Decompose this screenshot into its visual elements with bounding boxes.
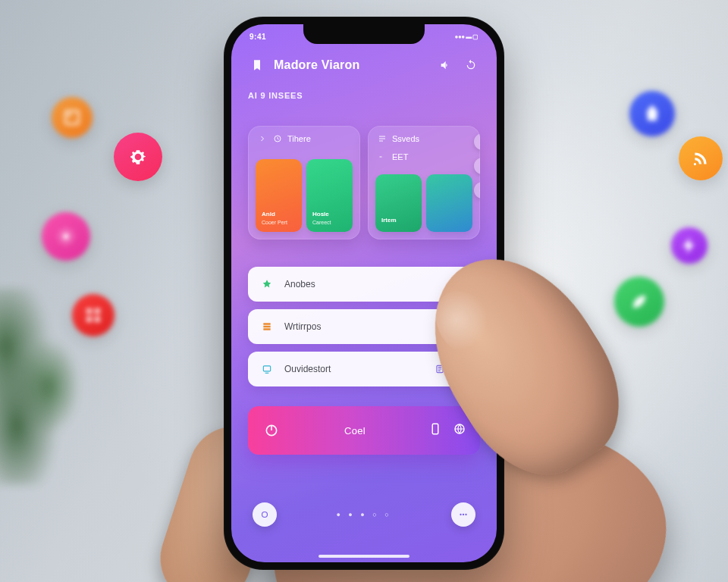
- list-item-label: Wrtirrpos: [284, 321, 469, 332]
- tile-sub: Careect: [312, 220, 347, 226]
- nav-home-button[interactable]: [253, 502, 277, 527]
- phone-screen: 9:41 ●●● ▬ ▢ Madore Viaron: [231, 24, 497, 562]
- sound-icon[interactable]: [436, 56, 454, 74]
- tile-sub: Cooer Pert: [262, 220, 296, 226]
- card-title: Ssveds: [392, 134, 419, 143]
- bag-icon: [629, 91, 675, 136]
- home-indicator[interactable]: [318, 555, 410, 558]
- rss-icon: [679, 136, 723, 180]
- svg-point-2: [63, 233, 70, 240]
- page-indicator: ● ● ● ○ ○: [336, 511, 391, 518]
- status-time: 9:41: [249, 33, 266, 41]
- app-header: Madore Viaron AI 9 INSEES: [231, 56, 497, 100]
- refresh-icon[interactable]: [462, 56, 480, 74]
- svg-rect-5: [86, 317, 92, 322]
- bookmark-icon: [248, 56, 266, 74]
- tile-title: Anld: [262, 211, 296, 218]
- option-list: AnobesWrtirrposOuvidestortCrge: [248, 267, 480, 386]
- gear-icon: [114, 133, 162, 181]
- svg-rect-9: [263, 366, 270, 371]
- grid-icon: [72, 294, 115, 336]
- list-item-icon: [259, 361, 275, 377]
- tile[interactable]: HosleCareect: [306, 159, 353, 232]
- notch: [303, 24, 425, 44]
- pill-icon[interactable]: [474, 158, 480, 174]
- scene: 9:41 ●●● ▬ ▢ Madore Viaron: [0, 0, 728, 582]
- card-secondary-label: EET: [392, 152, 408, 161]
- arrow-icon: [257, 133, 268, 144]
- tile-group: AnldCooer PertHosleCareect: [256, 159, 353, 232]
- nav-more-button[interactable]: [451, 502, 475, 527]
- tile-title: Hosle: [312, 211, 347, 218]
- stack-icon: [377, 133, 388, 144]
- tile[interactable]: [426, 174, 472, 232]
- bottom-nav: ● ● ● ○ ○: [231, 480, 497, 562]
- svg-point-16: [463, 514, 464, 515]
- svg-point-15: [460, 514, 461, 515]
- app-title: Madore Viaron: [274, 58, 359, 72]
- list-item-icon: [259, 318, 275, 335]
- list-item[interactable]: Anobes: [248, 267, 480, 302]
- card-title: Tihere: [287, 134, 311, 143]
- phone-frame: 9:41 ●●● ▬ ▢ Madore Viaron: [224, 17, 504, 570]
- card-tihere[interactable]: Tihere AnldCooer PertHosleCareect: [248, 126, 360, 239]
- list-item[interactable]: Wrtirrpos: [248, 309, 480, 344]
- dash-icon: [377, 152, 388, 162]
- svg-point-14: [262, 512, 268, 518]
- bolt-icon: [671, 227, 708, 264]
- svg-point-17: [465, 514, 466, 515]
- svg-rect-3: [86, 308, 92, 314]
- gallery-icon: [52, 97, 93, 138]
- pill-icon[interactable]: [474, 133, 480, 150]
- list-item-icon: [259, 276, 275, 293]
- card-row: Tihere AnldCooer PertHosleCareect Ssveds…: [248, 126, 480, 239]
- tile-title: Irtem: [381, 217, 416, 224]
- tile[interactable]: AnldCooer Pert: [256, 159, 302, 232]
- tile[interactable]: Irtem: [375, 174, 422, 232]
- list-item-extra: Crge: [435, 364, 469, 374]
- clock-icon: [272, 133, 283, 144]
- side-pill-stack: [474, 133, 480, 199]
- svg-point-1: [68, 114, 71, 117]
- tile-group: Irtem: [375, 174, 472, 232]
- svg-rect-6: [95, 317, 100, 322]
- svg-rect-0: [65, 111, 78, 124]
- leaf-icon: [614, 277, 664, 327]
- header-subtitle: AI 9 INSEES: [248, 91, 480, 100]
- sun-icon: [42, 212, 90, 261]
- list-item[interactable]: OuvidestortCrge: [248, 352, 480, 386]
- list-item-label: Anobes: [284, 279, 469, 289]
- svg-rect-4: [95, 308, 100, 314]
- power-icon: [262, 421, 281, 440]
- card-ssveds[interactable]: Ssveds EET Irtem: [368, 126, 480, 239]
- promo-card[interactable]: Coel: [248, 406, 480, 455]
- globe-icon: [453, 422, 466, 439]
- device-icon: [428, 422, 442, 439]
- status-indicators: ●●● ▬ ▢: [455, 33, 479, 40]
- svg-rect-12: [432, 424, 438, 434]
- promo-label: Coel: [295, 425, 415, 436]
- list-item-label: Ouvidestort: [284, 364, 425, 374]
- pill-icon[interactable]: [474, 182, 480, 199]
